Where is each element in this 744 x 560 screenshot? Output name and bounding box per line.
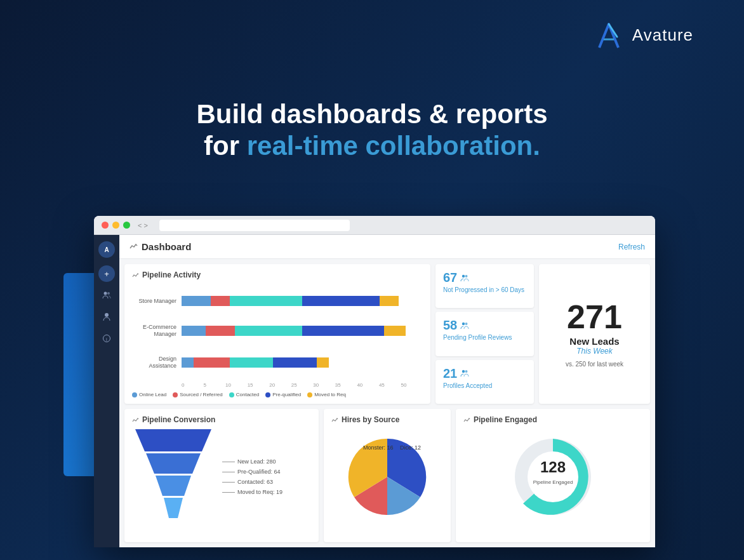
new-leads-period: This Week [576, 347, 612, 356]
stat-label-accepted: Profiles Accepted [443, 382, 526, 389]
svg-point-2 [107, 292, 110, 295]
avature-logo-text: Avature [632, 25, 693, 45]
sidebar-icon-people[interactable] [98, 287, 115, 303]
hero-line1: Build dashboards & reports [0, 98, 744, 130]
pipeline-conversion-panel: Pipeline Conversion [124, 409, 319, 542]
browser-body: A + i [94, 235, 655, 547]
svg-point-9 [465, 323, 468, 325]
svg-text:i: i [106, 337, 107, 342]
refresh-button[interactable]: Refresh [618, 243, 645, 251]
bar-track-ecommerce [182, 326, 423, 336]
donut-container: 128 Pipeline Engaged [463, 429, 642, 524]
new-leads-comparison: vs. 250 for last week [566, 361, 623, 368]
hires-by-source-panel: Hires by Source [324, 409, 451, 542]
pipeline-engaged-title: Pipeline Engaged [463, 415, 642, 424]
stat-pending-reviews: 58 Pending Profile Reviews [435, 312, 534, 356]
svg-marker-13 [146, 453, 201, 474]
seg-prequalified-2 [302, 326, 384, 336]
maximize-dot[interactable] [123, 222, 130, 229]
hero-line2: for real-time collaboration. [0, 130, 744, 162]
info-icon: i [103, 334, 110, 343]
legend-dot-sourced [173, 392, 178, 397]
hires-by-source-title: Hires by Source [331, 415, 443, 424]
person-icon [103, 312, 110, 321]
seg-contacted-2 [235, 326, 302, 336]
header: Avature [593, 19, 693, 51]
bar-row-design: DesignAssistance [132, 356, 423, 370]
funnel-label-prequalified: Pre-Qualified: 64 [222, 469, 311, 475]
dashboard-header: Dashboard Refresh [119, 235, 655, 259]
svg-text:Dice: 12: Dice: 12 [400, 444, 421, 451]
seg-contacted-1 [230, 296, 302, 306]
people-stat-icon-1 [460, 274, 469, 283]
funnel-label-contacted: Contacted: 63 [222, 479, 311, 485]
seg-moved-1 [380, 296, 399, 306]
dashboard-grid: Pipeline Activity Store Manager [119, 259, 655, 547]
svg-text:Pipeline Engaged: Pipeline Engaged [533, 479, 573, 485]
new-leads-label: New Leads [569, 336, 619, 347]
funnel-labels: New Lead: 280 Pre-Qualified: 64 Contacte… [222, 429, 311, 524]
hires-icon [331, 417, 338, 423]
sidebar-avatar[interactable]: A [98, 241, 115, 258]
new-leads-number: 271 [567, 300, 622, 333]
stat-number-accepted: 21 [443, 366, 526, 381]
svg-point-10 [462, 370, 465, 373]
seg-contacted-3 [230, 357, 273, 368]
pipeline-conversion-title: Pipeline Conversion [132, 415, 311, 424]
new-leads-panel: 271 New Leads This Week vs. 250 for last… [539, 264, 650, 404]
funnel-line-2 [222, 472, 235, 472]
funnel-label-moved: Moved to Req: 19 [222, 489, 311, 495]
stat-number-not-progressed: 67 [443, 270, 526, 285]
minimize-dot[interactable] [112, 222, 119, 229]
stat-profiles-accepted: 21 Profiles Accepted [435, 360, 534, 404]
chart-icon [130, 242, 138, 250]
decorative-accent [63, 273, 98, 476]
people-stat-icon-2 [460, 321, 469, 330]
funnel-svg [132, 429, 215, 524]
seg-moved-2 [384, 326, 406, 336]
bar-track-design [182, 357, 423, 368]
close-dot[interactable] [102, 222, 109, 229]
svg-marker-14 [156, 476, 191, 496]
bar-label-design: DesignAssistance [132, 356, 176, 370]
chart-legend: Online Lead Sourced / Referred Contacted [132, 392, 423, 397]
svg-marker-12 [135, 429, 211, 451]
sidebar-icon-plus[interactable]: + [98, 265, 115, 282]
stat-not-progressed: 67 Not Progressed in > 60 Days [435, 264, 534, 308]
sidebar-icon-info[interactable]: i [98, 330, 115, 347]
seg-online-lead-1 [182, 296, 211, 306]
seg-prequalified-3 [273, 357, 316, 368]
stat-label-not-progressed: Not Progressed in > 60 Days [443, 286, 526, 293]
donut-svg: 128 Pipeline Engaged [502, 429, 604, 524]
svg-point-7 [465, 275, 468, 277]
pipeline-engaged-panel: Pipeline Engaged [456, 409, 650, 542]
seg-sourced-3 [194, 357, 230, 368]
browser-chrome: < > [94, 216, 655, 235]
main-content: Dashboard Refresh Pipeline Activity [119, 235, 655, 547]
svg-marker-15 [164, 498, 183, 518]
legend-contacted: Contacted [229, 392, 259, 397]
bar-chart: Store Manager [132, 284, 423, 381]
seg-sourced-1 [211, 296, 230, 306]
nav-arrows: < > [138, 222, 148, 229]
seg-sourced-2 [206, 326, 235, 336]
url-bar[interactable] [159, 220, 350, 231]
pipeline-activity-title: Pipeline Activity [132, 270, 423, 279]
top-row: Pipeline Activity Store Manager [124, 264, 650, 404]
legend-sourced: Sourced / Referred [173, 392, 223, 397]
funnel-line-4 [222, 492, 235, 493]
seg-prequalified-1 [302, 296, 380, 306]
funnel-line-3 [222, 482, 235, 483]
hero-line2-prefix: for [204, 131, 247, 161]
stat-label-pending: Pending Profile Reviews [443, 334, 526, 341]
legend-online-lead: Online Lead [132, 392, 166, 397]
stats-column: 67 Not Progressed in > 60 Days [435, 264, 534, 404]
legend-dot-online [132, 392, 137, 397]
legend-dot-contacted [229, 392, 234, 397]
legend-moved: Moved to Req [307, 392, 346, 397]
sidebar-icon-person[interactable] [98, 309, 115, 325]
dashboard-title: Dashboard [142, 241, 191, 252]
funnel-line-1 [222, 462, 235, 462]
sidebar: A + i [94, 235, 119, 547]
seg-online-lead-2 [182, 326, 206, 336]
